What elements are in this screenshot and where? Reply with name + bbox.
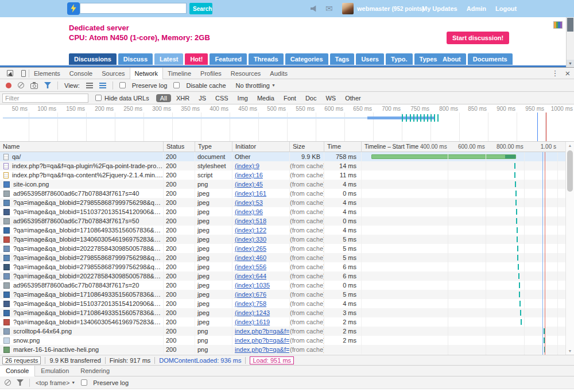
request-row-15[interactable]: ad9653958f78600ad6c77b078843f7617s=20200… — [0, 281, 574, 290]
filter-pill-img[interactable]: Img — [234, 94, 252, 102]
view-list-icon[interactable] — [86, 83, 93, 88]
disable-cache-label[interactable]: Disable cache — [186, 82, 226, 89]
column-header-size[interactable]: Size — [290, 142, 324, 152]
device-toolbar-icon[interactable] — [16, 68, 29, 79]
console-preserve-log-label[interactable]: Preserve log — [93, 379, 129, 386]
devtools-tab-audits[interactable]: Audits — [265, 68, 292, 79]
filter-pill-js[interactable]: JS — [195, 94, 210, 102]
nav-tab-documents[interactable]: Documents — [468, 53, 513, 65]
initiator-link[interactable]: index.php?b=qa&f=qa-... — [235, 337, 290, 344]
console-preserve-log-checkbox[interactable] — [81, 379, 87, 386]
filter-pill-xhr[interactable]: XHR — [172, 94, 193, 102]
nav-tab-categories[interactable]: Categories — [285, 53, 328, 65]
devtools-tab-network[interactable]: Network — [130, 68, 163, 79]
initiator-link[interactable]: (index):330 — [235, 236, 266, 243]
request-row-8[interactable]: ad9653958f78600ad6c77b078843f7617s=50200… — [0, 216, 574, 226]
nav-tab-typo[interactable]: Typo. — [386, 53, 413, 65]
initiator-link[interactable]: (index):9 — [235, 162, 259, 169]
frame-selector[interactable]: <top frame> ▼ — [36, 379, 75, 386]
initiator-link[interactable]: index.php?b=qa&f=qa-... — [235, 328, 290, 335]
devtools-tab-profiles[interactable]: Profiles — [196, 68, 226, 79]
nav-tab-latest[interactable]: Latest — [154, 53, 183, 65]
request-row-17[interactable]: ?qa=image&qa_blobid=15103720135154120906… — [0, 299, 574, 308]
hide-data-urls-checkbox[interactable] — [95, 95, 102, 101]
request-row-19[interactable]: ?qa=image&qa_blobid=13406030546196975283… — [0, 317, 574, 327]
menu-admin[interactable]: Admin — [467, 5, 486, 12]
close-icon[interactable]: × — [561, 68, 574, 79]
devtools-tab-elements[interactable]: Elements — [29, 68, 65, 79]
nav-tab-hot[interactable]: Hot! — [185, 53, 208, 65]
timeline-overview[interactable]: 50 ms100 ms150 ms200 ms250 ms300 ms350 m… — [0, 104, 574, 142]
column-header-initiator[interactable]: Initiator — [232, 142, 290, 152]
initiator-link[interactable]: (index):161 — [235, 190, 266, 197]
initiator-link[interactable]: (index):758 — [235, 300, 266, 307]
user-info[interactable]: webmaster(952 points) — [357, 0, 424, 17]
scroll-up-button[interactable]: ▲ — [566, 142, 574, 149]
request-row-7[interactable]: ?qa=image&qa_blobid=15103720135154120906… — [0, 207, 574, 216]
site-logo[interactable] — [67, 2, 80, 15]
page-scrollbar[interactable]: ▼ — [566, 17, 574, 67]
filter-funnel-icon[interactable] — [44, 82, 51, 88]
megaphone-icon[interactable] — [311, 5, 319, 12]
request-row-11[interactable]: ?qa=image&qa_blobid=20227858430985005788… — [0, 244, 574, 253]
initiator-link[interactable]: (index):1619 — [235, 319, 270, 325]
nav-tab-about[interactable]: About — [437, 53, 466, 65]
initiator-link[interactable]: (index):122 — [235, 227, 266, 234]
page-scroll-down-button[interactable]: ▼ — [567, 60, 574, 67]
request-row-12[interactable]: ?qa=image&qa_blobid=2798558687999756298&… — [0, 253, 574, 262]
request-row-4[interactable]: site-icon.png200png(index):45(from cache… — [0, 180, 574, 189]
request-row-6[interactable]: ?qa=image&qa_blobid=2798558687999756298&… — [0, 198, 574, 207]
camera-icon[interactable] — [30, 83, 38, 89]
filter-input[interactable] — [2, 94, 88, 103]
request-row-20[interactable]: scrolltop4-64x64.png200pngindex.php?b=qa… — [0, 327, 574, 336]
request-row-10[interactable]: ?qa=image&qa_blobid=13406030546196975283… — [0, 235, 574, 244]
network-table-scrollbar[interactable]: ▲ ▼ — [565, 142, 574, 355]
initiator-link[interactable]: (index):556 — [235, 263, 266, 270]
scrollbar-thumb[interactable] — [567, 150, 573, 192]
initiator-link[interactable]: (index):676 — [235, 291, 266, 298]
menu-my-updates[interactable]: My Updates — [422, 5, 457, 12]
devtools-tab-sources[interactable]: Sources — [97, 68, 129, 79]
clear-icon[interactable] — [18, 82, 24, 88]
avatar[interactable] — [342, 3, 354, 14]
request-row-5[interactable]: ad9653958f78600ad6c77b078843f7617s=40200… — [0, 189, 574, 198]
filter-pill-other[interactable]: Other — [341, 94, 365, 102]
nav-tab-featured[interactable]: Featured — [210, 53, 246, 65]
record-icon[interactable] — [6, 83, 11, 88]
start-discussion-button[interactable]: Start discussion! — [447, 32, 509, 44]
filter-pill-media[interactable]: Media — [253, 94, 278, 102]
initiator-link[interactable]: (index):518 — [235, 218, 266, 224]
column-header-name[interactable]: Name — [0, 142, 164, 152]
hide-data-urls-label[interactable]: Hide data URLs — [104, 95, 149, 102]
page-scrollbar-thumb[interactable] — [567, 18, 573, 32]
drawer-tab-emulation[interactable]: Emulation — [35, 366, 75, 376]
devtools-tab-timeline[interactable]: Timeline — [163, 68, 196, 79]
initiator-link[interactable]: (index):265 — [235, 245, 266, 252]
view-waterfall-icon[interactable] — [99, 83, 106, 88]
column-header-timeline[interactable]: Timeline – Start Time 400.00 ms600.00 ms… — [362, 142, 565, 152]
throttling-select[interactable]: No throttling ▼ — [236, 82, 276, 89]
filter-pill-doc[interactable]: Doc — [301, 94, 321, 102]
initiator-link[interactable]: index.php?b=qa&f=qa-... — [235, 346, 290, 353]
request-row-18[interactable]: ?qa=image&qa_blobid=17108649335156057836… — [0, 308, 574, 317]
kebab-menu-icon[interactable]: ⋮ — [549, 68, 561, 79]
initiator-link[interactable]: (index):96 — [235, 208, 263, 215]
inspect-element-icon[interactable] — [3, 68, 16, 79]
nav-tab-discussions[interactable]: Discussions — [69, 53, 117, 65]
nav-tab-tags[interactable]: Tags — [330, 53, 355, 65]
request-row-1[interactable]: qa/200documentOther9.9 KB758 ms — [0, 152, 574, 161]
request-row-14[interactable]: ?qa=image&qa_blobid=20227858430985005788… — [0, 271, 574, 281]
request-row-21[interactable]: snow.png200pngindex.php?b=qa&f=qa-...(fr… — [0, 336, 574, 345]
preserve-log-checkbox[interactable] — [119, 82, 126, 88]
request-row-16[interactable]: ?qa=image&qa_blobid=17108649335156057836… — [0, 290, 574, 299]
console-filter-icon[interactable] — [17, 379, 24, 386]
nav-tab-discuss[interactable]: Discuss — [118, 53, 153, 65]
filter-pill-all[interactable]: All — [156, 94, 171, 102]
menu-logout[interactable]: Logout — [495, 5, 517, 12]
filter-pill-css[interactable]: CSS — [211, 94, 232, 102]
search-input[interactable] — [80, 3, 187, 14]
initiator-link[interactable]: (index):53 — [235, 199, 263, 206]
nav-tab-users[interactable]: Users — [356, 53, 384, 65]
disable-cache-checkbox[interactable] — [173, 82, 180, 88]
preserve-log-label[interactable]: Preserve log — [132, 82, 168, 89]
